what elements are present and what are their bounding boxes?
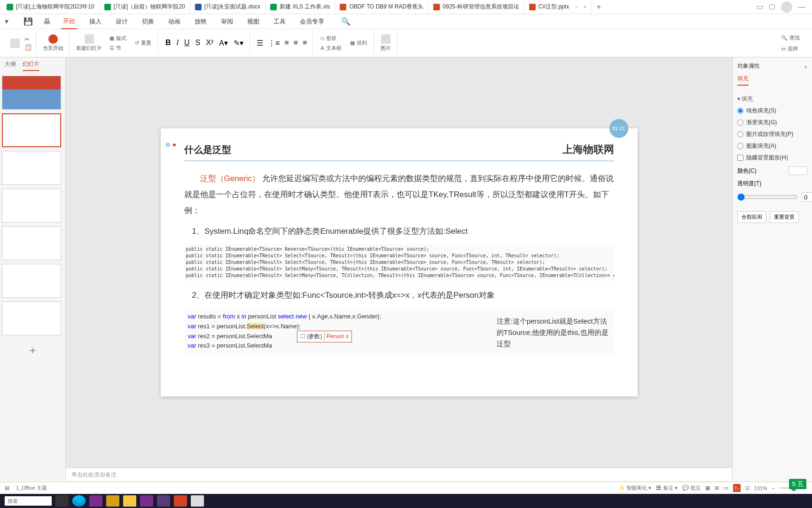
slide-thumb-3[interactable] [2,151,61,185]
restore-icon[interactable]: ▫ [576,4,578,10]
slide-thumb-5[interactable] [2,226,61,260]
font-color-button[interactable]: A▾ [217,38,230,48]
ime-indicator[interactable]: S 五 [789,479,806,489]
ribbon-tab-review[interactable]: 审阅 [219,15,235,29]
comments-button[interactable]: 💬 批注 [682,484,701,492]
bold-button[interactable]: B [163,38,173,48]
ribbon-tab-transition[interactable]: 切换 [140,15,156,29]
cut-icon[interactable]: ✂ [24,36,32,43]
find-button[interactable]: 🔍查找 [778,33,803,42]
edge-icon[interactable] [72,495,86,507]
notes-area[interactable]: 单击此处添加备注 [66,468,732,481]
outline-tab[interactable]: 大纲 [5,60,16,71]
app-icon-4[interactable] [191,495,204,507]
ribbon-tab-home[interactable]: 开始 [61,14,77,29]
underline-button[interactable]: U [182,38,192,48]
beautify-button[interactable]: ✨ 智能美化 ▾ [618,484,651,492]
new-slide-button[interactable]: 新建幻灯片 [74,33,104,53]
view-normal-icon[interactable]: ▦ [705,485,710,491]
cube-icon[interactable]: ⬡ [769,2,775,11]
doc-tab-6[interactable]: C#泛型.pptx▫× [524,0,592,14]
view-sorter-icon[interactable]: ⊞ [715,485,719,491]
ribbon-tab-design[interactable]: 设计 [114,15,130,29]
strikethrough-button[interactable]: S [193,38,203,48]
copy-icon[interactable]: 📋 [24,44,32,51]
slide-canvas[interactable]: 01:21 什么是泛型 上海物联网 泛型（Generic） 允许您延迟编写类或方… [161,128,638,397]
doc-tab-5[interactable]: 0925-科研管理信息系统项目论 [429,0,524,14]
shape-button[interactable]: ◇形状 [318,34,344,43]
zoom-out-button[interactable]: − [772,485,775,491]
notes-button[interactable]: ☰ 备注 ▾ [656,484,677,492]
textbox-button[interactable]: A文本框 [318,44,344,53]
align-left-button[interactable]: ≡ [282,38,290,48]
ribbon-tab-insert[interactable]: 插入 [87,15,103,29]
align-right-button[interactable]: ≡ [301,38,309,48]
app-icon-2[interactable] [106,495,119,507]
quick-print-icon[interactable]: 🖶 [43,17,51,26]
picture-button[interactable]: 图片 [379,33,393,53]
reset-bg-button[interactable]: 重置背景 [770,211,799,223]
layout-button[interactable]: ▦版式 [107,34,129,43]
arrange-button[interactable]: ▦排列 [347,39,370,48]
pin-icon[interactable]: ⬨ [804,63,807,70]
app-icon-3[interactable] [157,495,170,507]
search-icon[interactable]: 🔍 [341,17,351,26]
slides-tab[interactable]: 幻灯片 [23,60,39,71]
ribbon-tab-member[interactable]: 会员专享 [298,15,326,29]
ribbon-tab-view[interactable]: 视图 [245,15,261,29]
hide-bg-checkbox[interactable]: 隐藏背景图形(H) [737,154,807,162]
panel-icon[interactable]: ▭ [756,2,763,11]
onenote-icon[interactable] [140,495,153,507]
fill-section-tab[interactable]: 填充 [737,75,749,86]
gradient-fill-option[interactable]: 渐变填充(G) [737,119,807,127]
theme-icon[interactable]: ▤ [5,485,9,491]
select-button[interactable]: ▭选择 [778,44,803,53]
pattern-fill-option[interactable]: 图案填充(A) [737,142,807,150]
color-picker[interactable] [789,167,807,175]
taskbar-search[interactable] [5,496,52,506]
highlight-button[interactable]: ✎▾ [231,38,246,48]
slide-thumb-6[interactable] [2,264,61,298]
apply-all-button[interactable]: 全部应用 [737,211,766,223]
doc-tab-0[interactable]: [只读]上海物联网学院2023年10 [2,0,100,14]
superscript-button[interactable]: X² [203,38,216,48]
new-tab-button[interactable]: + [592,3,605,11]
file-menu-icon[interactable]: ▾ [5,17,13,26]
ribbon-tab-tools[interactable]: 工具 [272,15,288,29]
align-center-button[interactable]: ≡ [292,38,300,48]
window-minimize[interactable]: — [798,3,805,11]
doc-tab-4[interactable]: OBDF TO DB9 M RAD香蕉头 [335,0,429,14]
close-icon[interactable]: × [583,4,586,10]
start-from-current-button[interactable]: 当页开始 [41,33,65,53]
explorer-icon[interactable] [123,495,136,507]
slide-thumb-4[interactable] [2,189,61,222]
bullet-list-button[interactable]: ☰ [255,38,265,48]
slide-thumb-2[interactable] [2,113,61,147]
doc-tab-1[interactable]: [只读]（自留）物联网学院20 [100,0,190,14]
slide-thumb-7[interactable] [2,302,61,335]
picture-fill-option[interactable]: 图片或纹理填充(P) [737,130,807,138]
fit-icon[interactable]: ⊡ [745,485,750,491]
view-slideshow-icon[interactable]: ▷ [733,484,741,492]
opacity-input[interactable] [802,192,812,202]
task-view-icon[interactable] [55,495,69,507]
solid-fill-option[interactable]: 纯色填充(S) [737,107,807,115]
doc-tab-2[interactable]: [只读]永安面试题.docx [190,0,265,14]
ribbon-tab-slideshow[interactable]: 放映 [193,15,209,29]
add-slide-button[interactable]: + [2,339,63,362]
slide-thumb-1[interactable] [2,76,61,110]
section-button[interactable]: ☰节 [107,44,129,53]
zoom-label[interactable]: 131% [754,485,767,491]
opacity-slider[interactable] [737,193,798,201]
wps-icon[interactable] [174,495,187,507]
reset-button[interactable]: ↺重置 [132,39,154,48]
user-avatar[interactable] [781,1,792,13]
paste-button[interactable] [8,38,22,49]
quick-save-icon[interactable]: 💾 [23,17,33,26]
doc-tab-3[interactable]: 新建 XLS 工作表.xls [265,0,335,14]
number-list-button[interactable]: ⋮≡ [266,38,281,48]
theme-label[interactable]: 1_Office 主题 [16,484,47,492]
ribbon-tab-animation[interactable]: 动画 [166,15,182,29]
italic-button[interactable]: I [174,38,181,48]
view-reading-icon[interactable]: ▭ [724,485,728,491]
